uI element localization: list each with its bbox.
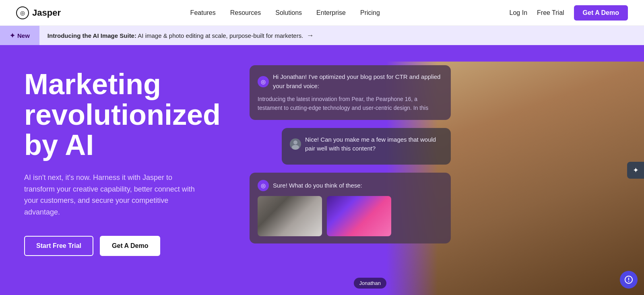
navbar: ◎ Jasper Features Resources Solutions En… <box>0 0 644 26</box>
logo-text: Jasper <box>32 8 61 18</box>
free-trial-link[interactable]: Free Trial <box>537 9 564 17</box>
chat-container: ◎ Hi Jonathan! I've optimized your blog … <box>250 65 451 243</box>
svg-point-1 <box>292 145 299 150</box>
logo-icon: ◎ <box>16 6 29 19</box>
announcement-new-label: New <box>17 32 30 39</box>
side-widget[interactable]: ✦ <box>627 162 644 179</box>
chat-bubble-2-header: Nice! Can you make me a few images that … <box>290 135 443 153</box>
nav-link-pricing[interactable]: Pricing <box>360 9 380 17</box>
chat-image-1 <box>258 196 322 236</box>
chat-image-previews <box>258 196 443 236</box>
svg-point-0 <box>293 140 297 144</box>
chat-bubble-3-text: Sure! What do you think of these: <box>273 181 362 190</box>
hero-left: Marketing revolutionized by AI AI isn't … <box>0 45 225 295</box>
side-widget-icon: ✦ <box>633 166 639 175</box>
announcement-bar[interactable]: ✦ New Introducing the AI Image Suite: AI… <box>0 26 644 45</box>
chat-bubble-1-header-text: Hi Jonathan! I've optimized your blog po… <box>273 72 443 91</box>
announcement-arrow: → <box>307 31 314 39</box>
sparkle-icon: ✦ <box>10 32 15 39</box>
hero-subtitle: AI isn't next, it's now. Harness it with… <box>24 172 201 218</box>
chat-bubble-1-header: ◎ Hi Jonathan! I've optimized your blog … <box>258 72 443 91</box>
hero-title: Marketing revolutionized by AI <box>24 69 225 161</box>
bottom-badge-text: Jonathan <box>359 280 381 286</box>
login-link[interactable]: Log In <box>510 9 527 17</box>
jasper-avatar-1: ◎ <box>258 76 269 87</box>
hero-section: Marketing revolutionized by AI AI isn't … <box>0 45 644 295</box>
jasper-avatar-3: ◎ <box>258 180 269 191</box>
bottom-name-badge: Jonathan <box>354 278 387 289</box>
chat-bubble-3: ◎ Sure! What do you think of these: <box>250 173 451 243</box>
nav-link-features[interactable]: Features <box>190 9 216 17</box>
get-demo-button[interactable]: Get A Demo <box>574 5 628 21</box>
chat-bubble-2: Nice! Can you make me a few images that … <box>282 128 451 165</box>
bottom-ai-icon[interactable] <box>620 271 638 289</box>
hero-buttons: Start Free Trial Get A Demo <box>24 236 225 256</box>
announcement-regular: AI image & photo editing at scale, purpo… <box>138 32 303 39</box>
nav-actions: Log In Free Trial Get A Demo <box>510 5 628 21</box>
start-free-trial-button[interactable]: Start Free Trial <box>24 236 93 256</box>
chat-bubble-2-text: Nice! Can you make me a few images that … <box>305 135 443 153</box>
chat-bubble-3-header: ◎ Sure! What do you think of these: <box>258 180 443 191</box>
announcement-text[interactable]: Introducing the AI Image Suite: AI image… <box>39 31 322 40</box>
chat-image-2 <box>327 196 391 236</box>
announcement-bold: Introducing the AI Image Suite: <box>47 32 136 39</box>
hero-right: ◎ Hi Jonathan! I've optimized your blog … <box>225 45 644 295</box>
user-avatar <box>290 138 301 150</box>
nav-links: Features Resources Solutions Enterprise … <box>190 9 380 17</box>
announcement-new-badge: ✦ New <box>0 26 39 45</box>
nav-link-enterprise[interactable]: Enterprise <box>316 9 346 17</box>
logo[interactable]: ◎ Jasper <box>16 6 61 19</box>
get-a-demo-button[interactable]: Get A Demo <box>100 236 160 256</box>
chat-bubble-1-body: Introducing the latest innovation from P… <box>258 95 443 113</box>
nav-link-resources[interactable]: Resources <box>230 9 261 17</box>
chat-bubble-1: ◎ Hi Jonathan! I've optimized your blog … <box>250 65 451 120</box>
nav-link-solutions[interactable]: Solutions <box>275 9 302 17</box>
